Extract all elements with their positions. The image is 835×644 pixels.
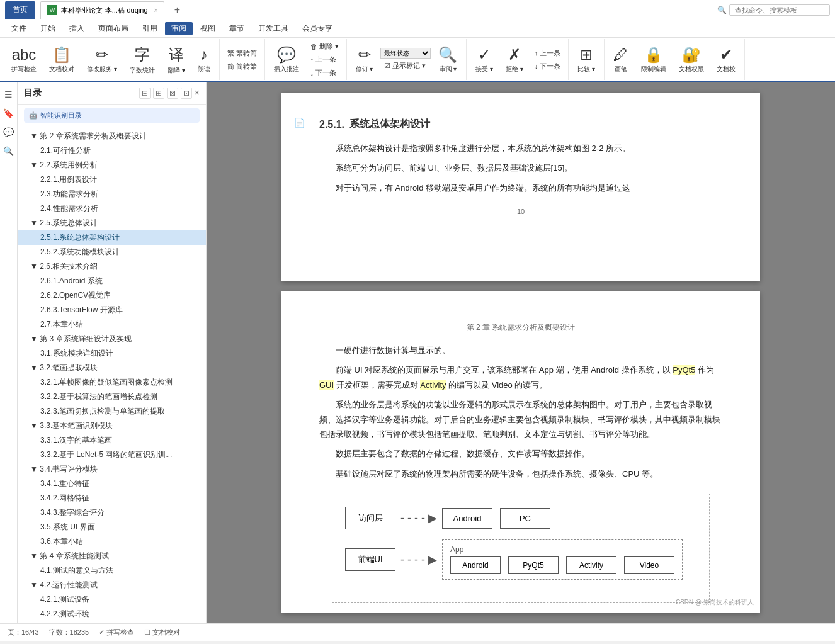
reject-icon: ✗ <box>508 46 521 64</box>
addcomment-btn[interactable]: 💬 插入批注 <box>269 43 304 76</box>
toc-item-3-5[interactable]: 3.5.系统 UI 界面 <box>18 520 206 534</box>
review-btn[interactable]: 🔍 审阅 ▾ <box>433 43 462 76</box>
add-tab-btn[interactable]: + <box>169 3 185 18</box>
toc-item-3-3-1[interactable]: 3.3.1.汉字的基本笔画 <box>18 433 206 448</box>
toc-smart-btn[interactable]: 🤖 智能识别目录 <box>24 108 200 123</box>
nextcomment-btn[interactable]: ↓ 下一条 <box>307 67 343 79</box>
toc-item-2-2-hdr[interactable]: ▼ 2.2.系统用例分析 <box>18 158 206 172</box>
status-spellcheck[interactable]: ✓ 拼写检查 <box>99 628 134 637</box>
close-toc-btn[interactable]: × <box>195 88 200 99</box>
menu-view[interactable]: 视图 <box>194 22 222 35</box>
doccheck2-icon: ✔ <box>720 46 732 64</box>
doc-tab[interactable]: W 本科毕业论文-李...稿-duqing × <box>40 1 164 19</box>
menu-vip[interactable]: 会员专享 <box>296 22 339 35</box>
toc-item-2-5-2[interactable]: 2.5.2.系统功能模块设计 <box>18 245 206 259</box>
toc-ctrl-1[interactable]: ⊟ <box>139 88 151 99</box>
toc-ctrl-3[interactable]: ⊠ <box>167 88 178 99</box>
toc-item-2-5-1[interactable]: 2.5.1.系统总体架构设计 <box>18 230 206 245</box>
spellcheck-btn[interactable]: abc 拼写检查 <box>6 43 42 76</box>
showmark-btn[interactable]: ☑ 显示标记 ▾ <box>380 60 431 72</box>
translate-label: 翻译 ▾ <box>168 66 185 75</box>
toc-item-3-2-hdr[interactable]: ▼ 3.2.笔画提取模块 <box>18 361 206 375</box>
search-input[interactable] <box>729 4 830 16</box>
revise-btn[interactable]: ✏ 修改服务 ▾ <box>82 43 122 76</box>
toc-item-2-3[interactable]: 2.3.功能需求分析 <box>18 187 206 201</box>
toc-item-3-4-1[interactable]: 3.4.1.重心特征 <box>18 477 206 491</box>
toc-item-2-1[interactable]: 2.1.可行性分析 <box>18 144 206 158</box>
toc-item-3-3-hdr[interactable]: ▼ 3.3.基本笔画识别模块 <box>18 419 206 433</box>
highlight-gui: GUI <box>319 380 334 390</box>
menu-chapter[interactable]: 章节 <box>223 22 251 35</box>
toc-item-3-4-hdr[interactable]: ▼ 3.4.书写评分模块 <box>18 462 206 477</box>
menu-file[interactable]: 文件 <box>5 22 33 35</box>
toc-item-3-4-2[interactable]: 3.4.2.网格特征 <box>18 491 206 506</box>
toc-item-4-2-hdr[interactable]: ▼ 4.2.运行性能测试 <box>18 578 206 592</box>
toc-item-3-3-2[interactable]: 3.3.2.基于 LeNet-5 网络的笔画识别训... <box>18 448 206 462</box>
pen-btn[interactable]: 🖊 画笔 <box>608 43 633 76</box>
nextchange-btn[interactable]: ↓ 下一条 <box>531 60 565 72</box>
toc-ctrl-4[interactable]: ⊡ <box>181 88 192 99</box>
toc-item-3-2-2[interactable]: 3.2.2.基于栈算法的笔画增长点检测 <box>18 390 206 404</box>
toc-ctrl-2[interactable]: ⊞ <box>153 88 164 99</box>
sidebar-icon-bookmark[interactable]: 🔖 <box>2 106 16 120</box>
toc-item-ch4[interactable]: ▼ 第 4 章系统性能测试 <box>18 549 206 563</box>
tofan-btn[interactable]: 繁 繁转简 <box>224 47 261 59</box>
home-tab[interactable]: 首页 <box>5 1 35 19</box>
menu-review[interactable]: 审阅 <box>165 22 193 35</box>
section-num: 2.5.1. <box>319 119 344 130</box>
menu-dev[interactable]: 开发工具 <box>252 22 295 35</box>
toc-item-2-6-3[interactable]: 2.6.3.TensorFlow 开源库 <box>18 303 206 317</box>
close-tab-btn[interactable]: × <box>154 7 158 14</box>
sidebar-icon-search[interactable]: 🔍 <box>2 144 16 158</box>
docperm-btn[interactable]: 🔐 文档权限 <box>674 43 709 76</box>
prevcomment-label: 上一条 <box>315 55 336 64</box>
reject-btn[interactable]: ✗ 拒绝 ▾ <box>501 43 528 76</box>
doccheck-btn[interactable]: 📋 文档校对 <box>44 43 79 76</box>
toc-item-3-6[interactable]: 3.6.本章小结 <box>18 534 206 549</box>
prevcomment-btn[interactable]: ↑ 上一条 <box>307 54 343 65</box>
toc-item-2-2-1[interactable]: 2.2.1.用例表设计 <box>18 172 206 187</box>
highlight-activity: Activity <box>420 380 446 390</box>
delcomment-btn[interactable]: 🗑 删除 ▾ <box>307 40 343 52</box>
menu-ref[interactable]: 引用 <box>136 22 164 35</box>
compare-btn[interactable]: ⊞ 比较 ▾ <box>572 43 600 76</box>
toc-item-4-2-2[interactable]: 4.2.2.测试环境 <box>18 607 206 621</box>
prevcomment-icon: ↑ <box>310 56 314 64</box>
toc-item-2-7[interactable]: 2.7.本章小结 <box>18 317 206 332</box>
menu-layout[interactable]: 页面布局 <box>92 22 135 35</box>
sidebar-icon-comment[interactable]: 💬 <box>2 125 16 139</box>
tojian-label: 简转繁 <box>236 62 257 71</box>
toc-item-3-1[interactable]: 3.1.系统模块详细设计 <box>18 346 206 361</box>
tojian-btn[interactable]: 简 简转繁 <box>224 60 261 72</box>
toc-item-2-5-hdr[interactable]: ▼ 2.5.系统总体设计 <box>18 216 206 230</box>
toc-item-2-4[interactable]: 2.4.性能需求分析 <box>18 201 206 216</box>
toc-item-4-1[interactable]: 4.1.测试的意义与方法 <box>18 563 206 578</box>
wordcount-btn[interactable]: 字 字数统计 <box>125 42 160 77</box>
toc-item-3-2-3[interactable]: 3.2.3.笔画切换点检测与单笔画的提取 <box>18 404 206 419</box>
read-btn[interactable]: ♪ 朗读 <box>193 43 215 76</box>
prevchange-btn[interactable]: ↑ 上一条 <box>531 47 565 59</box>
doccheck2-btn[interactable]: ✔ 文档校 <box>712 43 741 76</box>
section-title: 2.5.1. 系统总体架构设计 <box>319 118 722 131</box>
watermark: CSDN @ 崇尚技术的科班人 <box>676 598 754 607</box>
toc-item-4-2-1[interactable]: 4.2.1.测试设备 <box>18 592 206 607</box>
menu-insert[interactable]: 插入 <box>63 22 91 35</box>
toc-item-2-6-2[interactable]: 2.6.2.OpenCV视觉库 <box>18 288 206 303</box>
translate-btn[interactable]: 译 翻译 ▾ <box>162 42 190 77</box>
sidebar-icon-nav[interactable]: ☰ <box>2 88 16 101</box>
toc-item-ch2[interactable]: ▼ 第 2 章系统需求分析及概要设计 <box>18 129 206 144</box>
toc-item-2-6-hdr[interactable]: ▼ 2.6.相关技术介绍 <box>18 259 206 274</box>
doc-area[interactable]: 📄 2.5.1. 系统总体架构设计 系统总体架构设计是指按照多种角度进行分层，本… <box>207 82 835 623</box>
toc-item-2-6-1[interactable]: 2.6.1.Android 系统 <box>18 274 206 288</box>
modify-btn[interactable]: ✏ 修订 ▾ <box>351 43 378 76</box>
toc-item-4-3[interactable]: 4.3.本章小结 <box>18 621 206 623</box>
restrict-btn[interactable]: 🔒 限制编辑 <box>636 43 671 76</box>
accept-btn[interactable]: ✓ 接受 ▾ <box>470 43 498 76</box>
track-status-select[interactable]: 最终状态 <box>380 48 431 59</box>
toc-item-3-4-3[interactable]: 3.4.3.整字综合评分 <box>18 506 206 520</box>
doc-para-1: 系统总体架构设计是指按照多种角度进行分层，本系统的总体架构如图 2-2 所示。 <box>319 141 722 155</box>
toc-item-ch3[interactable]: ▼ 第 3 章系统详细设计及实现 <box>18 332 206 346</box>
status-doccheck[interactable]: ☐ 文档校对 <box>144 628 180 637</box>
toc-item-3-2-1[interactable]: 3.2.1.单帧图像的疑似笔画图像素点检测 <box>18 375 206 390</box>
menu-start[interactable]: 开始 <box>34 22 62 35</box>
